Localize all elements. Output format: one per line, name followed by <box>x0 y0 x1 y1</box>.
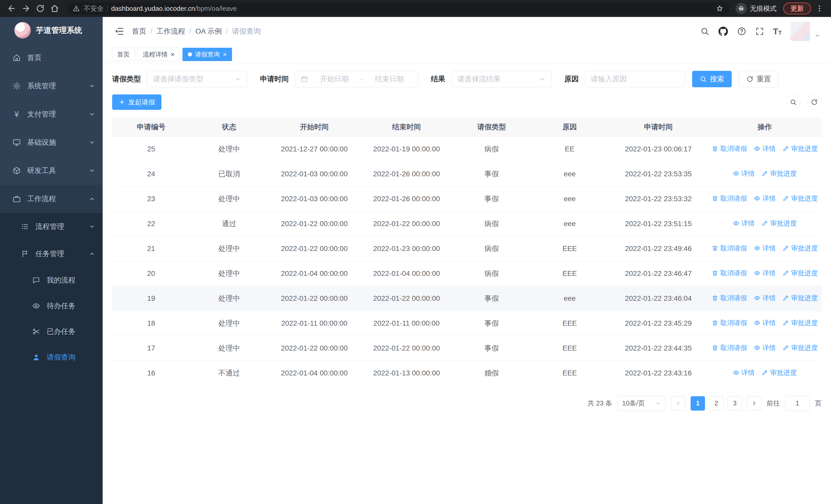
page-size-select[interactable]: 10条/页 <box>617 396 666 411</box>
progress-link[interactable]: 审批进度 <box>762 368 797 377</box>
sidebar-item-devtools[interactable]: 研发工具 <box>0 156 103 185</box>
search-button[interactable]: 搜索 <box>692 71 732 87</box>
cell-apply-time: 2022-01-22 23:46:04 <box>609 286 708 311</box>
app-logo[interactable]: 芋道管理系统 <box>0 17 103 43</box>
page-numbers: 123 <box>691 396 742 411</box>
reset-button-label: 重置 <box>756 74 771 84</box>
avatar-caret-icon[interactable] <box>814 33 820 38</box>
breadcrumb: 首页 / 工作流程 / OA 示例 / 请假查询 <box>132 26 261 36</box>
detail-link[interactable]: 详情 <box>754 244 776 253</box>
help-icon[interactable] <box>737 27 746 36</box>
progress-link[interactable]: 审批进度 <box>762 169 797 178</box>
sidebar-item-my-process[interactable]: 我的流程 <box>0 267 103 293</box>
user-avatar[interactable] <box>791 22 810 41</box>
detail-link[interactable]: 详情 <box>754 194 776 203</box>
cancel-leave-link[interactable]: 取消请假 <box>712 269 747 278</box>
page-button-3[interactable]: 3 <box>727 396 742 411</box>
sidebar-item-infrastructure[interactable]: 基础设施 <box>0 128 103 156</box>
page-button-1[interactable]: 1 <box>691 396 705 411</box>
leave-type-select[interactable]: 请选择请假类型 <box>147 71 247 87</box>
eye-icon <box>31 302 41 310</box>
home-icon[interactable] <box>49 3 61 14</box>
search-icon[interactable] <box>700 27 709 36</box>
sidebar-item-done-tasks[interactable]: 已办任务 <box>0 319 103 345</box>
progress-link[interactable]: 审批进度 <box>782 343 818 352</box>
detail-link[interactable]: 详情 <box>733 219 755 228</box>
detail-link[interactable]: 详情 <box>733 368 755 377</box>
progress-link[interactable]: 审批进度 <box>782 294 818 302</box>
cell-status: 通过 <box>190 211 268 236</box>
detail-link[interactable]: 详情 <box>754 144 776 153</box>
cell-status: 处理中 <box>190 186 268 211</box>
browser-menu-icon[interactable] <box>813 3 825 14</box>
create-leave-button[interactable]: 发起请假 <box>112 94 162 110</box>
back-icon[interactable] <box>6 3 18 14</box>
cell-actions: 详情审批进度 <box>708 211 822 236</box>
cell-reason: eee <box>531 186 609 211</box>
github-icon[interactable] <box>718 26 728 36</box>
fullscreen-icon[interactable] <box>755 27 764 36</box>
detail-link[interactable]: 详情 <box>754 269 776 278</box>
cancel-leave-link[interactable]: 取消请假 <box>712 319 747 327</box>
breadcrumb-item[interactable]: OA 示例 <box>196 26 222 36</box>
goto-page-input[interactable] <box>785 396 810 411</box>
next-page-button[interactable] <box>747 396 762 411</box>
breadcrumb-item[interactable]: 首页 <box>132 26 146 36</box>
cancel-leave-link[interactable]: 取消请假 <box>712 343 747 352</box>
cell-leave-type: 病假 <box>453 137 531 161</box>
close-tab-icon[interactable]: × <box>223 51 227 58</box>
breadcrumb-item[interactable]: 工作流程 <box>156 26 185 36</box>
detail-link[interactable]: 详情 <box>733 169 755 178</box>
close-tab-icon[interactable]: × <box>171 51 174 58</box>
cell-reason: EE <box>531 137 609 161</box>
cell-apply-time: 2022-01-22 23:46:47 <box>609 261 708 286</box>
sidebar-item-leave-query[interactable]: 请假查询 <box>0 345 103 370</box>
detail-link[interactable]: 详情 <box>754 294 776 302</box>
tab-home[interactable]: 首页 <box>112 48 135 61</box>
progress-link[interactable]: 审批进度 <box>782 244 818 253</box>
cell-apply-id: 21 <box>112 236 190 261</box>
sidebar-item-todo-tasks[interactable]: 待办任务 <box>0 293 103 319</box>
prev-page-button[interactable] <box>671 396 686 411</box>
reset-button[interactable]: 重置 <box>739 71 778 87</box>
cancel-leave-link[interactable]: 取消请假 <box>712 194 747 203</box>
cancel-leave-link[interactable]: 取消请假 <box>712 244 747 253</box>
toggle-search-icon[interactable] <box>786 95 800 109</box>
sidebar-item-workflow[interactable]: 工作流程 <box>0 185 103 213</box>
leave-type-placeholder: 请选择请假类型 <box>153 74 231 84</box>
tab-process-detail[interactable]: 流程详情 × <box>138 48 180 61</box>
chevron-down-icon <box>89 139 95 146</box>
bookmark-star-icon[interactable] <box>716 4 724 12</box>
cancel-leave-link[interactable]: 取消请假 <box>712 144 747 153</box>
sidebar-item-task-management[interactable]: 任务管理 <box>0 240 103 267</box>
update-button[interactable]: 更新 <box>783 3 811 14</box>
address-bar[interactable]: 不安全 dashboard.yudao.iocoder.cn/bpm/oa/le… <box>67 2 729 14</box>
progress-link[interactable]: 审批进度 <box>762 219 797 228</box>
date-range-picker[interactable]: 开始日期 - 结束日期 <box>295 71 418 87</box>
result-select[interactable]: 请选择流结果 <box>452 71 551 87</box>
sidebar-item-process-management[interactable]: 流程管理 <box>0 213 103 240</box>
tab-label: 流程详情 <box>143 50 168 59</box>
sidebar-fold-icon[interactable] <box>114 26 124 36</box>
cell-status: 处理中 <box>190 336 268 360</box>
sidebar-item-system[interactable]: 系统管理 <box>0 72 103 100</box>
reload-icon[interactable] <box>34 3 46 14</box>
font-size-icon[interactable]: TT <box>773 27 782 36</box>
tab-leave-query[interactable]: 请假查询 × <box>182 48 232 61</box>
cell-apply-id: 24 <box>112 161 190 186</box>
reason-input[interactable] <box>585 71 685 87</box>
sidebar-item-payment[interactable]: ¥ 支付管理 <box>0 100 103 128</box>
search-button-label: 搜索 <box>710 74 724 84</box>
refresh-table-icon[interactable] <box>807 95 822 109</box>
page-button-2[interactable]: 2 <box>709 396 723 411</box>
cancel-leave-link[interactable]: 取消请假 <box>712 294 747 302</box>
forward-icon[interactable] <box>20 3 32 14</box>
progress-link[interactable]: 审批进度 <box>782 194 818 203</box>
sidebar-item-home[interactable]: 首页 <box>0 43 103 72</box>
progress-link[interactable]: 审批进度 <box>782 319 818 327</box>
detail-link[interactable]: 详情 <box>754 343 776 352</box>
progress-link[interactable]: 审批进度 <box>782 269 818 278</box>
apply-time-label: 申请时间 <box>260 74 289 84</box>
progress-link[interactable]: 审批进度 <box>782 144 818 153</box>
detail-link[interactable]: 详情 <box>754 319 776 327</box>
